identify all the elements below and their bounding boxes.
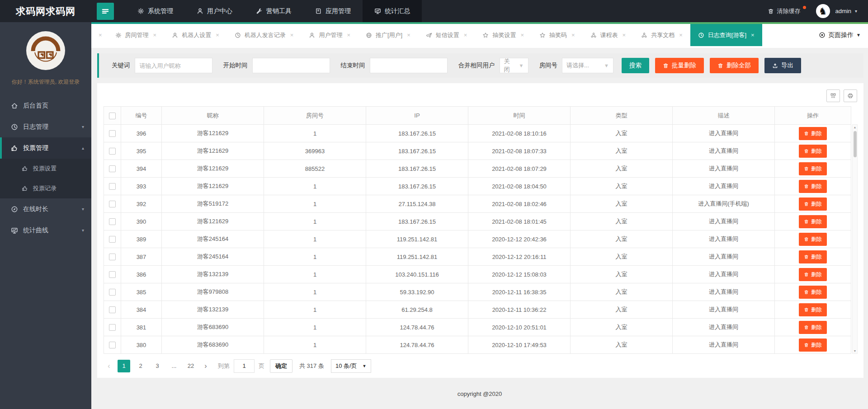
sidebar-item[interactable]: 后台首页 <box>0 95 91 116</box>
column-header: 昵称 <box>162 107 264 125</box>
row-checkbox[interactable] <box>109 289 116 296</box>
delete-row-button[interactable]: 删除 <box>799 303 827 316</box>
row-checkbox[interactable] <box>109 306 116 313</box>
close-icon[interactable]: × <box>464 32 467 38</box>
row-checkbox[interactable] <box>109 165 116 172</box>
table-row: 381游客6836901124.78.44.762020-12-10 20:51… <box>104 319 851 336</box>
topnav-item-系统管理[interactable]: 系统管理 <box>126 0 185 22</box>
page-button[interactable]: 2 <box>134 360 147 372</box>
table-cell: 380 <box>121 336 162 354</box>
topnav-item-用户中心[interactable]: 用户中心 <box>185 0 244 22</box>
sidebar-item[interactable]: 投票管理▴ <box>0 137 91 159</box>
topnav-item-应用管理[interactable]: 应用管理 <box>303 0 363 22</box>
tab[interactable]: 房间管理× <box>108 24 165 46</box>
delete-row-button[interactable]: 删除 <box>799 215 827 228</box>
confirm-button[interactable]: 确定 <box>270 359 292 373</box>
delete-row-button[interactable]: 删除 <box>799 233 827 246</box>
tab[interactable]: 机器人设置× <box>164 24 227 46</box>
start-time-input[interactable] <box>252 58 330 73</box>
row-checkbox[interactable] <box>109 201 116 207</box>
chevron-down-icon: ▼ <box>363 364 367 368</box>
row-checkbox[interactable] <box>109 148 116 155</box>
room-select[interactable]: 请选择...▼ <box>562 58 613 73</box>
tab[interactable]: 推广[用户]× <box>358 24 418 46</box>
delete-row-button[interactable]: 删除 <box>799 321 827 334</box>
delete-row-button[interactable]: 删除 <box>799 250 827 263</box>
page-operations-button[interactable]: 页面操作 ▼ <box>819 24 861 46</box>
tab[interactable]: × <box>91 24 108 46</box>
scrollbar[interactable]: ▲ ▼ <box>852 124 858 354</box>
close-icon[interactable]: × <box>99 32 102 38</box>
goto-page-input[interactable] <box>234 359 255 373</box>
row-checkbox[interactable] <box>109 271 116 278</box>
close-icon[interactable]: × <box>347 32 350 38</box>
tab[interactable]: 抽奖设置× <box>475 24 532 46</box>
table-cell: 61.29.254.8 <box>366 301 468 319</box>
close-icon[interactable]: × <box>520 32 524 38</box>
tab[interactable]: 课程表× <box>583 24 634 46</box>
keyword-input[interactable] <box>135 58 212 73</box>
close-icon[interactable]: × <box>407 32 410 38</box>
column-header: 编号 <box>121 107 162 125</box>
delete-row-button[interactable]: 删除 <box>799 197 827 211</box>
close-icon[interactable]: × <box>751 32 755 38</box>
delete-row-button[interactable]: 删除 <box>799 145 827 158</box>
tab[interactable]: 机器人发言记录× <box>227 24 302 46</box>
row-checkbox[interactable] <box>109 183 116 190</box>
print-button[interactable] <box>844 89 857 102</box>
tab[interactable]: 共享文档× <box>633 24 690 46</box>
column-header: 描述 <box>673 107 775 125</box>
row-checkbox[interactable] <box>109 254 116 260</box>
delete-all-button[interactable]: 删除全部 <box>710 58 759 73</box>
close-icon[interactable]: × <box>623 32 626 38</box>
close-icon[interactable]: × <box>571 32 575 38</box>
sidebar-item[interactable]: 统计曲线▾ <box>0 220 91 241</box>
row-checkbox[interactable] <box>109 324 116 331</box>
select-all-checkbox[interactable] <box>109 113 116 119</box>
table-cell: 入室 <box>571 301 673 319</box>
close-icon[interactable]: × <box>216 32 219 38</box>
delete-row-button[interactable]: 删除 <box>799 338 827 352</box>
close-icon[interactable]: × <box>290 32 294 38</box>
tab[interactable]: 短信设置× <box>418 24 475 46</box>
batch-delete-button[interactable]: 批量删除 <box>655 58 704 73</box>
sidebar-item[interactable]: 投票记录 <box>0 179 91 198</box>
page-button[interactable]: 1 <box>118 360 130 372</box>
delete-row-button[interactable]: 删除 <box>799 268 827 281</box>
end-time-input[interactable] <box>370 58 448 73</box>
export-button[interactable]: 导出 <box>764 58 801 73</box>
search-button[interactable]: 搜索 <box>622 58 649 73</box>
close-icon[interactable]: × <box>153 32 157 38</box>
tab[interactable]: 日志查询[游客]× <box>690 24 762 46</box>
delete-row-button[interactable]: 删除 <box>799 286 827 299</box>
row-checkbox[interactable] <box>109 236 116 243</box>
row-checkbox[interactable] <box>109 130 116 137</box>
sidebar-item[interactable]: 日志管理▾ <box>0 116 91 137</box>
clear-cache-button[interactable]: 清除缓存 <box>768 7 801 15</box>
sidebar-item[interactable]: 投票设置 <box>0 159 91 179</box>
scroll-down-icon[interactable]: ▼ <box>853 349 857 353</box>
delete-row-button[interactable]: 删除 <box>799 162 827 175</box>
per-page-select[interactable]: 10 条/页▼ <box>331 359 371 373</box>
prev-page-button[interactable]: ‹ <box>104 362 113 370</box>
row-checkbox[interactable] <box>109 218 116 225</box>
tab[interactable]: 用户管理× <box>301 24 358 46</box>
close-icon[interactable]: × <box>679 32 683 38</box>
menu-toggle-button[interactable] <box>97 3 114 20</box>
scroll-up-icon[interactable]: ▲ <box>853 126 857 129</box>
columns-filter-button[interactable] <box>826 89 840 102</box>
tab[interactable]: 抽奖码× <box>532 24 583 46</box>
delete-row-button[interactable]: 删除 <box>799 127 827 140</box>
pagination: ‹ 123...22 › 到第 页 确定 共 317 条 10 条/页▼ <box>104 354 857 378</box>
page-button[interactable]: 3 <box>151 360 164 372</box>
scrollbar-thumb[interactable] <box>854 131 857 157</box>
admin-menu[interactable]: ♞ admin ▾ <box>816 4 857 18</box>
merge-user-select[interactable]: 关闭▼ <box>500 58 528 73</box>
delete-row-button[interactable]: 删除 <box>799 180 827 193</box>
sidebar-item[interactable]: 在线时长▾ <box>0 198 91 220</box>
topnav-item-统计汇总[interactable]: 统计汇总 <box>363 0 422 22</box>
page-button[interactable]: 22 <box>184 360 197 372</box>
row-checkbox[interactable] <box>109 342 116 348</box>
next-page-button[interactable]: › <box>201 362 210 370</box>
topnav-item-营销工具[interactable]: 营销工具 <box>244 0 303 22</box>
